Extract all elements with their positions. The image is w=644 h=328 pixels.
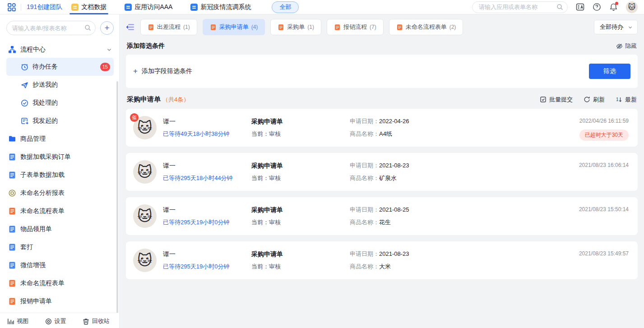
list-count: （共4条） bbox=[162, 96, 189, 104]
tab-business-trip-flow[interactable]: 出差流程 (1) bbox=[140, 19, 197, 35]
sidebar-scrollbar[interactable] bbox=[116, 81, 118, 328]
sidebar-item-initiated-by-me[interactable]: 我发起的 bbox=[6, 112, 114, 130]
product-value: 大米 bbox=[379, 263, 391, 270]
sidebar-item-cc-to-me[interactable]: 抄送我的 bbox=[6, 76, 114, 94]
avatar-cat-image: 🐱 bbox=[137, 163, 152, 180]
sidebar-item-label: 数据加载采购订单 bbox=[20, 153, 71, 161]
user-avatar[interactable]: 🐱 bbox=[626, 1, 638, 13]
sidebar-item-todo-tasks[interactable]: 待办任务 15 bbox=[6, 58, 114, 76]
app-tab-docs[interactable]: 文档数据 bbox=[71, 0, 107, 14]
date-value: 2021-08-23 bbox=[379, 162, 409, 169]
applicant-name: 谭一 bbox=[163, 250, 251, 259]
check-circle-icon bbox=[21, 99, 28, 107]
waiting-time-link[interactable]: 已等待295天18小时44分钟 bbox=[163, 174, 251, 182]
tab-count: (2) bbox=[449, 24, 456, 30]
app-launcher-icon[interactable] bbox=[7, 3, 16, 12]
translate-icon[interactable] bbox=[576, 3, 584, 11]
task-row[interactable]: 🐱 谭一 已等待295天19小时0分钟 采购申请单 当前：审核 申请日期：202… bbox=[126, 197, 638, 235]
help-icon[interactable] bbox=[593, 3, 601, 11]
header-search-input[interactable] bbox=[472, 1, 568, 13]
sidebar-item-unnamed-process-form-1[interactable]: 未命名流程表单 bbox=[6, 202, 114, 220]
sort-latest-button[interactable]: 1 最新 bbox=[616, 96, 637, 104]
list-title: 采购申请单 bbox=[127, 95, 161, 104]
report-icon bbox=[8, 189, 16, 197]
doc-icon bbox=[8, 225, 16, 233]
sidebar-footer: 视图 设置 回收站 bbox=[0, 313, 119, 328]
sort-latest-label: 最新 bbox=[625, 96, 637, 104]
sidebar-group-process-center[interactable]: 流程中心 bbox=[6, 42, 114, 58]
waiting-time-link[interactable]: 已等待49天18小时38分钟 bbox=[163, 130, 251, 138]
doc-icon bbox=[8, 171, 16, 179]
sidebar-item-product-management[interactable]: 商品管理 bbox=[6, 130, 114, 148]
received-time: 2021/08/23 15:49:57 bbox=[579, 250, 629, 257]
doc-icon bbox=[8, 243, 16, 251]
sidebar-item-processed-by-me[interactable]: 我处理的 bbox=[6, 94, 114, 112]
tab-purchase-request[interactable]: 采购申请单 (4) bbox=[203, 19, 265, 35]
send-icon bbox=[21, 81, 28, 89]
views-button[interactable]: 视图 bbox=[7, 317, 28, 325]
all-apps-pill[interactable]: 全部 bbox=[272, 1, 299, 13]
avatar: 催 🐱 bbox=[133, 116, 157, 139]
sidebar-search-input[interactable] bbox=[6, 21, 96, 35]
applicant-name: 谭一 bbox=[163, 206, 251, 214]
folder-icon bbox=[8, 135, 16, 143]
notification-bell-icon[interactable] bbox=[609, 3, 618, 11]
waiting-time-link[interactable]: 已等待295天19小时0分钟 bbox=[163, 263, 251, 271]
sidebar-item-wechat-enhance[interactable]: 微信增强 bbox=[6, 256, 114, 274]
doc-icon bbox=[8, 297, 16, 305]
sidebar-item-goods-requisition[interactable]: 物品领用单 bbox=[6, 220, 114, 238]
product-label: 商品名称： bbox=[350, 175, 379, 181]
recycle-bin-button[interactable]: 回收站 bbox=[83, 317, 110, 325]
task-row[interactable]: 催 🐱 谭一 已等待49天18小时38分钟 采购申请单 当前：审核 申请日期：2… bbox=[126, 109, 638, 147]
eye-off-icon bbox=[616, 43, 623, 50]
sidebar-item-label: 微信增强 bbox=[20, 261, 46, 269]
date-value: 2022-04-26 bbox=[379, 118, 409, 125]
sidebar-item-reimbursement-form[interactable]: 报销申请单 bbox=[6, 292, 114, 310]
task-row[interactable]: 🐱 谭一 已等待295天18小时44分钟 采购申请单 当前：审核 申请日期：20… bbox=[126, 153, 638, 191]
doc-icon bbox=[8, 153, 16, 161]
task-row[interactable]: 🐱 谭一 已等待295天19小时0分钟 采购申请单 当前：审核 申请日期：202… bbox=[126, 241, 638, 279]
sidebar-item-label: 未命名流程表单 bbox=[20, 279, 65, 287]
app-tab-label: 应用访问AAA bbox=[134, 3, 172, 11]
sidebar-item-unnamed-process-form-2[interactable]: 未命名流程表单 bbox=[6, 274, 114, 292]
avatar: 🐱 bbox=[133, 249, 157, 272]
team-name[interactable]: 191创建团队 bbox=[27, 3, 62, 11]
hide-filter-label: 隐藏 bbox=[625, 42, 637, 50]
refresh-button[interactable]: 刷新 bbox=[584, 96, 605, 104]
tab-reimbursement-flow[interactable]: 报销流程 (7) bbox=[327, 19, 384, 35]
sidebar-item-subform-data-load[interactable]: 子表单数据加载 bbox=[6, 166, 114, 184]
product-label: 商品名称： bbox=[350, 219, 379, 226]
app-icon-blue bbox=[190, 4, 198, 11]
tab-count: (7) bbox=[370, 24, 376, 30]
app-tab-covid[interactable]: 新冠疫情流调系统 bbox=[190, 0, 251, 14]
app-tab-access[interactable]: 应用访问AAA bbox=[125, 0, 172, 14]
current-step: 当前：审核 bbox=[251, 218, 350, 226]
add-field-filter-link[interactable]: + 添加字段筛选条件 bbox=[133, 67, 192, 76]
app-icon-yellow bbox=[71, 4, 79, 11]
sidebar-item-label: 抄送我的 bbox=[32, 81, 58, 89]
sidebar-item-label: 未命名流程表单 bbox=[20, 207, 65, 215]
settings-button[interactable]: 设置 bbox=[45, 317, 66, 325]
org-chart-icon bbox=[8, 46, 16, 54]
batch-submit-button[interactable]: 批量提交 bbox=[540, 96, 573, 104]
hide-filter-link[interactable]: 隐藏 bbox=[616, 42, 637, 50]
todo-filter-value: 全部待办 bbox=[600, 23, 623, 31]
sidebar-item-unnamed-report[interactable]: 未命名分析报表 bbox=[6, 184, 114, 202]
waiting-time-link[interactable]: 已等待295天19小时0分钟 bbox=[163, 218, 251, 226]
date-label: 申请日期： bbox=[350, 162, 379, 169]
tab-unnamed-process-form[interactable]: 未命名流程表单 (2) bbox=[389, 19, 463, 35]
sidebar-item-data-load-purchase-order[interactable]: 数据加载采购订单 bbox=[6, 148, 114, 166]
current-step: 当前：审核 bbox=[251, 174, 350, 182]
filter-button[interactable]: 筛选 bbox=[589, 64, 630, 79]
app-icon-blue bbox=[125, 4, 132, 11]
header-search[interactable] bbox=[472, 1, 568, 13]
sidebar-search[interactable] bbox=[6, 21, 96, 35]
tab-purchase-order[interactable]: 采购单 (1) bbox=[270, 19, 321, 35]
search-icon bbox=[84, 24, 91, 31]
sidebar-group-label: 流程中心 bbox=[20, 46, 46, 54]
todo-filter-select[interactable]: 全部待办 bbox=[594, 20, 638, 34]
form-type: 采购申请单 bbox=[251, 162, 350, 170]
sidebar-item-batch-print[interactable]: 套打 bbox=[6, 238, 114, 256]
add-form-button[interactable]: + bbox=[100, 21, 114, 35]
collapse-sidebar-icon[interactable] bbox=[126, 23, 135, 31]
